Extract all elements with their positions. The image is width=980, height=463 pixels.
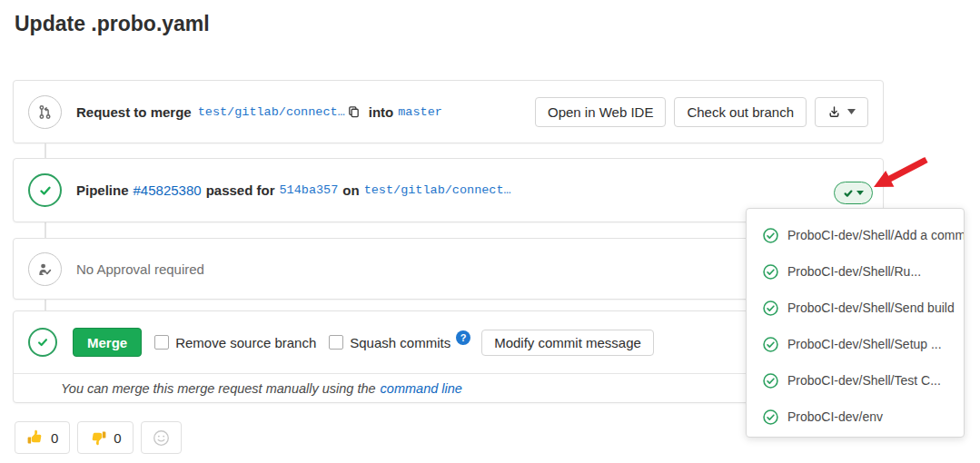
section-connector (45, 222, 46, 238)
copy-branch-button[interactable] (347, 105, 361, 119)
caret-down-icon (847, 109, 856, 114)
merge-button[interactable]: Merge (73, 328, 142, 357)
job-success-icon (763, 300, 778, 316)
squash-commits-option[interactable]: Squash commits (329, 335, 450, 350)
job-success-icon (763, 337, 778, 352)
source-branch-link[interactable]: test/gitlab/connect… (198, 105, 345, 119)
check-icon (843, 188, 854, 199)
request-to-merge-text: Request to merge test/gitlab/connect… in… (76, 104, 442, 120)
add-reaction-button[interactable] (141, 421, 182, 454)
download-dropdown-button[interactable] (815, 97, 868, 127)
passed-for-label: passed for (206, 182, 275, 198)
pipeline-job-label: ProboCI-dev/Shell/Ru... (787, 264, 921, 279)
section-connector (45, 143, 46, 158)
smiley-icon (153, 429, 170, 447)
merge-manually-text: You can merge this merge request manuall… (61, 381, 376, 396)
pipeline-success-icon-circle (28, 173, 62, 207)
merge-request-icon-circle (28, 95, 62, 129)
pipeline-job-item[interactable]: ProboCI-dev/Shell/Test C... (747, 362, 964, 399)
pipeline-mini-graph-toggle[interactable] (834, 182, 873, 204)
pipeline-job-label: ProboCI-dev/Shell/Add a comm (787, 228, 965, 242)
copy-icon (347, 105, 361, 119)
pipeline-job-item[interactable]: ProboCI-dev/env (747, 399, 964, 435)
check-icon (38, 183, 53, 198)
request-to-merge-label: Request to merge (76, 104, 192, 120)
thumbs-down-button[interactable]: 0 (77, 421, 133, 454)
pipeline-status-text: Pipeline #45825380 passed for 514ba357 o… (76, 182, 511, 198)
remove-source-branch-option[interactable]: Remove source branch (154, 335, 316, 350)
pipeline-job-item[interactable]: ProboCI-dev/Shell/Ru... (747, 253, 964, 290)
into-label: into (369, 104, 394, 120)
job-success-icon (763, 264, 778, 280)
thumbs-down-count: 0 (114, 430, 121, 446)
section-connector (45, 300, 46, 310)
merge-request-page: Update .probo.yaml Request to merge test… (0, 0, 980, 463)
award-emoji-bar: 0 0 (15, 421, 182, 454)
pipeline-job-item[interactable]: ProboCI-dev/Shell/Add a comm (747, 217, 964, 253)
user-check-icon (37, 261, 53, 277)
open-in-web-ide-button[interactable]: Open in Web IDE (535, 97, 666, 127)
thumbs-down-icon (89, 429, 107, 447)
pipeline-id-link[interactable]: #45825380 (134, 182, 202, 198)
download-icon (827, 105, 841, 119)
pipeline-job-label: ProboCI-dev/Shell/Setup ... (787, 337, 942, 351)
approval-icon-circle (28, 252, 62, 286)
thumbs-up-count: 0 (51, 430, 58, 446)
page-title: Update .probo.yaml (15, 12, 210, 36)
command-line-link[interactable]: command line (381, 381, 462, 396)
squash-commits-checkbox[interactable] (329, 335, 343, 350)
pipeline-jobs-dropdown: ProboCI-dev/Shell/Add a comm ProboCI-dev… (746, 208, 965, 438)
pipeline-job-item[interactable]: ProboCI-dev/Shell/Setup ... (747, 326, 964, 362)
remove-source-branch-label: Remove source branch (175, 335, 316, 350)
pipeline-job-label: ProboCI-dev/env (787, 409, 883, 424)
pipeline-branch-link[interactable]: test/gitlab/connect… (364, 183, 511, 197)
pipeline-label: Pipeline (76, 182, 129, 198)
mergeable-status-icon-circle (28, 328, 57, 357)
modify-commit-message-button[interactable]: Modify commit message (481, 330, 654, 356)
remove-source-branch-checkbox[interactable] (154, 335, 169, 350)
caret-down-icon (856, 191, 864, 195)
thumbs-up-icon (26, 429, 45, 447)
squash-help-icon[interactable]: ? (456, 330, 470, 345)
pipeline-job-label: ProboCI-dev/Shell/Send build (787, 300, 955, 315)
job-success-icon (763, 409, 778, 425)
check-out-branch-button[interactable]: Check out branch (674, 97, 807, 127)
pipeline-job-item[interactable]: ProboCI-dev/Shell/Send build (747, 290, 964, 326)
request-to-merge-row: Request to merge test/gitlab/connect… in… (13, 80, 884, 143)
commit-sha-link[interactable]: 514ba357 (279, 183, 338, 197)
thumbs-up-button[interactable]: 0 (15, 421, 70, 454)
no-approval-required-text: No Approval required (76, 261, 204, 277)
job-success-icon (763, 373, 778, 389)
target-branch-link[interactable]: master (398, 105, 442, 119)
check-icon (36, 336, 49, 349)
pipeline-job-label: ProboCI-dev/Shell/Test C... (787, 373, 941, 388)
squash-commits-label: Squash commits (350, 335, 450, 350)
job-success-icon (763, 228, 778, 243)
on-label: on (342, 182, 359, 198)
merge-request-icon (37, 104, 53, 120)
